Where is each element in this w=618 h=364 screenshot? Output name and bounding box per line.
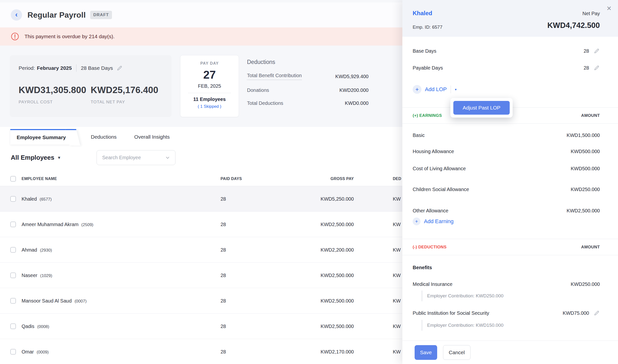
paid-days-cell: 28 <box>221 247 226 253</box>
employee-name: Khaled <box>22 196 37 201</box>
payday-label: PAY DAY <box>200 61 219 66</box>
earning-label: Cost of Living Allowance <box>413 166 466 171</box>
period-label: Period: <box>19 65 35 71</box>
skipped-employees-link[interactable]: ( 1 Skipped ) <box>198 104 221 109</box>
close-icon[interactable]: ✕ <box>606 5 612 12</box>
search-employee-select[interactable]: Search Employee <box>97 150 175 165</box>
row-checkbox[interactable] <box>10 298 16 303</box>
add-lop-label: Add LOP <box>425 86 447 92</box>
tab-employee-summary[interactable]: Employee Summary <box>10 129 73 144</box>
payable-days-label: Payable Days <box>413 65 443 71</box>
back-button[interactable]: ‹ <box>11 9 22 21</box>
search-placeholder: Search Employee <box>102 155 141 160</box>
deduction-row: Public Institution for Social Security K… <box>413 307 600 319</box>
gross-pay-cell: KWD5,250.000 <box>320 196 354 202</box>
edit-base-days-icon[interactable] <box>593 48 600 54</box>
deductions-summary-title: Deductions <box>247 59 368 65</box>
employer-contribution-note: Employer Contribution: KWD250.000 <box>422 290 600 301</box>
net-pay-value: KWD4,742.500 <box>547 21 600 30</box>
earning-row: Cost of Living Allowance KWD500.000 <box>413 162 600 175</box>
divider <box>451 86 451 93</box>
period-summary-card: Period: February 2025 28 Base Days KWD31… <box>10 55 171 117</box>
warning-icon <box>11 32 19 41</box>
deductions-cell: KW <box>393 273 401 278</box>
deductions-cell: KW <box>393 349 401 354</box>
employee-name-cell: Ameer Muhammad Akram (2509) <box>22 221 93 227</box>
deductions-header-label: (-) DEDUCTIONS <box>413 245 447 250</box>
caret-down-icon[interactable]: ▾ <box>455 88 457 91</box>
deductions-section-header: (-) DEDUCTIONS AMOUNT <box>402 239 618 255</box>
deduction-summary-row: Total Deductions KWD0.000 <box>247 100 368 106</box>
payable-days-value: 28 <box>584 65 589 71</box>
row-checkbox[interactable] <box>10 349 16 354</box>
tab-label: Employee Summary <box>17 134 66 140</box>
employee-name: Naseer <box>22 273 37 278</box>
earning-row: Housing Allowance KWD500.000 <box>413 145 600 158</box>
employee-id: (0008) <box>37 324 49 329</box>
employee-name-cell: Mansoor Saud Al Saud (0007) <box>22 298 87 303</box>
adjust-past-lop-button[interactable]: Adjust Past LOP <box>453 101 510 115</box>
earning-label: Basic <box>413 132 425 138</box>
paid-days-cell: 28 <box>221 196 226 202</box>
earning-label: Housing Allowance <box>413 149 454 154</box>
gross-pay-cell: KWD2,500.000 <box>320 323 354 329</box>
overdue-alert-text: This payment is overdue by 214 day(s). <box>25 34 115 39</box>
chevron-down-icon <box>165 155 170 160</box>
paid-days-cell: 28 <box>221 323 226 329</box>
payable-days-row: Payable Days 28 <box>413 62 600 74</box>
edit-base-days-icon[interactable] <box>116 65 123 71</box>
row-checkbox[interactable] <box>10 196 16 202</box>
deduction-summary-row: Total Benefit Contribution KWD5,929.400 <box>247 73 368 80</box>
paid-days-cell: 28 <box>221 273 226 278</box>
col-employee-name: EMPLOYEE NAME <box>22 177 57 181</box>
gross-pay-cell: KWD2,500.000 <box>320 221 354 227</box>
gross-pay-cell: KWD2,170.000 <box>320 349 354 354</box>
deduction-row: Medical Insurance KWD250.000 <box>413 278 600 290</box>
base-days-row: Base Days 28 <box>413 45 600 57</box>
employee-filter-label: All Employees <box>11 154 54 161</box>
edit-deduction-icon[interactable] <box>593 310 600 316</box>
tab-bar: Employee Summary Deductions Overall Insi… <box>10 129 179 144</box>
paid-days-cell: 28 <box>221 221 226 227</box>
deduction-amount: KWD250.000 <box>571 281 600 287</box>
deduction-label: Medical Insurance <box>413 281 452 287</box>
divider <box>188 93 231 93</box>
plus-icon: + <box>413 218 421 225</box>
deduction-amount: KWD75.000 <box>563 310 589 316</box>
add-earning-button[interactable]: + Add Earning <box>413 218 454 225</box>
donations-value: KWD200.000 <box>339 88 368 93</box>
add-lop-button[interactable]: + Add LOP ▾ <box>413 85 457 94</box>
edit-payable-days-icon[interactable] <box>593 65 600 71</box>
row-checkbox[interactable] <box>10 221 16 227</box>
employee-name: Ameer Muhammad Akram <box>22 221 79 227</box>
tab-deductions[interactable]: Deductions <box>82 129 125 144</box>
employee-name-cell: Naseer (1029) <box>22 273 52 278</box>
earning-label: Other Allowance <box>413 208 448 214</box>
save-button[interactable]: Save <box>415 345 437 360</box>
row-checkbox[interactable] <box>10 273 16 278</box>
gross-pay-cell: KWD2,200.000 <box>320 247 354 253</box>
select-all-checkbox[interactable] <box>10 176 16 182</box>
panel-footer: Save Cancel <box>402 340 618 364</box>
employee-filter-dropdown[interactable]: All Employees ▾ <box>11 154 60 161</box>
total-net-pay-label: TOTAL NET PAY <box>91 100 163 104</box>
net-pay-label: Net Pay <box>582 11 600 16</box>
benefits-group-label: Benefits <box>413 265 432 271</box>
earning-row: Other Allowance KWD2,500.000 <box>413 204 600 217</box>
employee-id: (2930) <box>40 248 52 252</box>
total-deductions-value: KWD0.000 <box>345 100 368 106</box>
tab-overall-insights[interactable]: Overall Insights <box>125 129 179 144</box>
cancel-button[interactable]: Cancel <box>443 345 471 360</box>
employee-name: Ahmad <box>22 247 37 252</box>
employee-name-link[interactable]: Khaled <box>413 10 432 17</box>
row-checkbox[interactable] <box>10 323 16 329</box>
payroll-cost-value: KWD31,305.800 <box>19 85 91 95</box>
row-checkbox[interactable] <box>10 247 16 253</box>
total-benefit-contribution-label[interactable]: Total Benefit Contribution <box>247 73 302 80</box>
employee-id-text: Emp. ID: 6577 <box>413 25 442 30</box>
earning-row: Basic KWD1,500.000 <box>413 129 600 142</box>
deductions-amount-label: AMOUNT <box>581 245 600 250</box>
col-paid-days: PAID DAYS <box>221 177 242 181</box>
tab-label: Deductions <box>91 134 117 140</box>
deductions-summary: Deductions Total Benefit Contribution KW… <box>247 59 368 106</box>
